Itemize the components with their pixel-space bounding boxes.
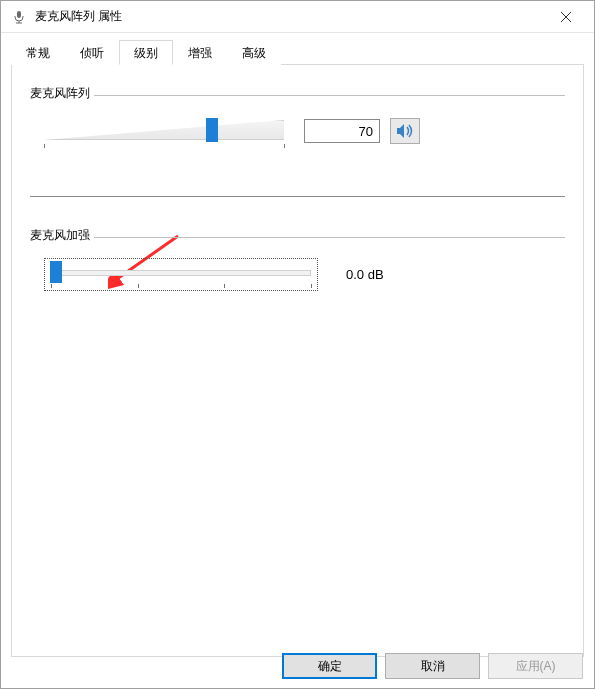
content-area: 常规 侦听 级别 增强 高级 麦克风阵列	[1, 33, 594, 657]
mic-array-value-input[interactable]	[304, 119, 380, 143]
tab-enhance[interactable]: 增强	[173, 40, 227, 65]
tab-advanced[interactable]: 高级	[227, 40, 281, 65]
microphone-icon	[11, 9, 27, 25]
group-mic-array-label: 麦克风阵列	[30, 85, 90, 102]
tab-general[interactable]: 常规	[11, 40, 65, 65]
ok-button[interactable]: 确定	[282, 653, 377, 679]
speaker-icon	[396, 123, 414, 139]
close-button[interactable]	[546, 3, 586, 31]
mic-array-slider[interactable]	[44, 118, 284, 144]
titlebar: 麦克风阵列 属性	[1, 1, 594, 33]
levels-panel: 麦克风阵列	[11, 65, 584, 657]
group-mic-array: 麦克风阵列	[30, 85, 565, 160]
separator	[30, 196, 565, 197]
group-mic-boost: 麦克风加强 0.0 dB	[30, 227, 565, 303]
mic-boost-value: 0.0 dB	[346, 267, 384, 282]
close-icon	[560, 11, 572, 23]
tab-levels[interactable]: 级别	[119, 40, 173, 65]
tab-strip: 常规 侦听 级别 增强 高级	[11, 39, 584, 65]
apply-button: 应用(A)	[488, 653, 583, 679]
balance-button[interactable]	[390, 118, 420, 144]
svg-rect-0	[17, 11, 21, 18]
tab-listen[interactable]: 侦听	[65, 40, 119, 65]
group-mic-boost-label: 麦克风加强	[30, 227, 90, 244]
dialog-button-bar: 确定 取消 应用(A)	[282, 653, 583, 679]
cancel-button[interactable]: 取消	[385, 653, 480, 679]
mic-boost-slider[interactable]	[51, 262, 311, 284]
window-title: 麦克风阵列 属性	[35, 8, 546, 25]
